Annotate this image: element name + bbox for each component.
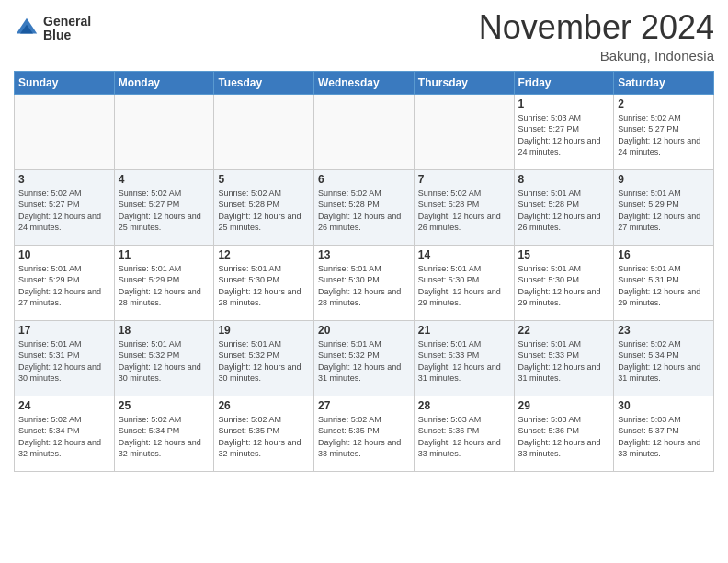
day-info: Sunrise: 5:01 AMSunset: 5:30 PMDaylight:…	[418, 263, 510, 309]
day-info: Sunrise: 5:02 AMSunset: 5:34 PMDaylight:…	[18, 414, 110, 460]
weekday-saturday: Saturday	[614, 71, 714, 94]
weekday-sunday: Sunday	[15, 71, 115, 94]
day-number: 28	[418, 399, 510, 412]
calendar-cell: 4Sunrise: 5:02 AMSunset: 5:27 PMDaylight…	[114, 169, 214, 245]
day-info: Sunrise: 5:02 AMSunset: 5:28 PMDaylight:…	[318, 188, 410, 234]
day-info: Sunrise: 5:02 AMSunset: 5:28 PMDaylight:…	[418, 188, 510, 234]
calendar-cell: 3Sunrise: 5:02 AMSunset: 5:27 PMDaylight…	[15, 169, 115, 245]
calendar-cell: 7Sunrise: 5:02 AMSunset: 5:28 PMDaylight…	[414, 169, 514, 245]
day-number: 4	[119, 173, 210, 186]
day-number: 13	[318, 248, 410, 261]
calendar-cell: 16Sunrise: 5:01 AMSunset: 5:31 PMDayligh…	[614, 245, 714, 320]
calendar-cell: 21Sunrise: 5:01 AMSunset: 5:33 PMDayligh…	[414, 320, 514, 396]
logo-line1: General	[43, 15, 91, 29]
day-number: 23	[618, 324, 710, 337]
logo: General Blue	[14, 15, 91, 43]
calendar-cell: 26Sunrise: 5:02 AMSunset: 5:35 PMDayligh…	[214, 396, 314, 471]
day-info: Sunrise: 5:02 AMSunset: 5:28 PMDaylight:…	[218, 188, 310, 234]
calendar-cell: 23Sunrise: 5:02 AMSunset: 5:34 PMDayligh…	[614, 320, 714, 396]
calendar-cell: 30Sunrise: 5:03 AMSunset: 5:37 PMDayligh…	[614, 396, 714, 471]
calendar-cell	[214, 94, 314, 169]
day-info: Sunrise: 5:02 AMSunset: 5:35 PMDaylight:…	[218, 414, 310, 460]
day-info: Sunrise: 5:02 AMSunset: 5:34 PMDaylight:…	[119, 414, 210, 460]
day-info: Sunrise: 5:01 AMSunset: 5:28 PMDaylight:…	[518, 188, 610, 234]
weekday-wednesday: Wednesday	[314, 71, 415, 94]
day-number: 16	[618, 248, 710, 261]
day-info: Sunrise: 5:02 AMSunset: 5:27 PMDaylight:…	[18, 188, 110, 234]
calendar-cell: 12Sunrise: 5:01 AMSunset: 5:30 PMDayligh…	[214, 245, 314, 320]
day-number: 26	[218, 399, 310, 412]
day-info: Sunrise: 5:01 AMSunset: 5:32 PMDaylight:…	[218, 339, 310, 385]
logo-line2: Blue	[43, 29, 91, 42]
weekday-header-row: SundayMondayTuesdayWednesdayThursdayFrid…	[15, 71, 714, 94]
weekday-tuesday: Tuesday	[214, 71, 314, 94]
day-number: 17	[18, 324, 110, 337]
calendar-cell: 10Sunrise: 5:01 AMSunset: 5:29 PMDayligh…	[15, 245, 115, 320]
location: Bakung, Indonesia	[479, 48, 714, 63]
day-info: Sunrise: 5:01 AMSunset: 5:30 PMDaylight:…	[518, 263, 610, 309]
weekday-friday: Friday	[514, 71, 614, 94]
calendar-cell: 18Sunrise: 5:01 AMSunset: 5:32 PMDayligh…	[114, 320, 214, 396]
day-number: 1	[518, 98, 610, 110]
calendar-cell: 22Sunrise: 5:01 AMSunset: 5:33 PMDayligh…	[514, 320, 614, 396]
day-info: Sunrise: 5:01 AMSunset: 5:29 PMDaylight:…	[18, 263, 110, 309]
day-info: Sunrise: 5:03 AMSunset: 5:36 PMDaylight:…	[518, 414, 610, 460]
day-info: Sunrise: 5:01 AMSunset: 5:33 PMDaylight:…	[418, 339, 510, 385]
calendar-cell: 29Sunrise: 5:03 AMSunset: 5:36 PMDayligh…	[514, 396, 614, 471]
day-number: 24	[18, 399, 110, 412]
week-row-1: 1Sunrise: 5:03 AMSunset: 5:27 PMDaylight…	[15, 94, 714, 169]
calendar-cell: 6Sunrise: 5:02 AMSunset: 5:28 PMDaylight…	[314, 169, 415, 245]
calendar-cell	[314, 94, 415, 169]
day-number: 6	[318, 173, 410, 186]
day-number: 2	[618, 98, 710, 110]
calendar-cell: 20Sunrise: 5:01 AMSunset: 5:32 PMDayligh…	[314, 320, 415, 396]
calendar-cell: 5Sunrise: 5:02 AMSunset: 5:28 PMDaylight…	[214, 169, 314, 245]
page: General Blue November 2024 Bakung, Indon…	[0, 0, 728, 563]
day-info: Sunrise: 5:03 AMSunset: 5:36 PMDaylight:…	[418, 414, 510, 460]
day-info: Sunrise: 5:01 AMSunset: 5:30 PMDaylight:…	[318, 263, 410, 309]
day-number: 10	[18, 248, 110, 261]
day-info: Sunrise: 5:02 AMSunset: 5:34 PMDaylight:…	[618, 339, 710, 385]
calendar-cell: 2Sunrise: 5:02 AMSunset: 5:27 PMDaylight…	[614, 94, 714, 169]
day-number: 9	[618, 173, 710, 186]
day-number: 29	[518, 399, 610, 412]
day-info: Sunrise: 5:01 AMSunset: 5:31 PMDaylight:…	[618, 263, 710, 309]
day-number: 7	[418, 173, 510, 186]
day-number: 27	[318, 399, 410, 412]
month-title: November 2024	[479, 9, 714, 46]
day-number: 25	[119, 399, 210, 412]
day-number: 22	[518, 324, 610, 337]
calendar-cell: 11Sunrise: 5:01 AMSunset: 5:29 PMDayligh…	[114, 245, 214, 320]
day-number: 3	[18, 173, 110, 186]
day-info: Sunrise: 5:02 AMSunset: 5:27 PMDaylight:…	[618, 112, 710, 158]
calendar-cell: 1Sunrise: 5:03 AMSunset: 5:27 PMDaylight…	[514, 94, 614, 169]
day-number: 18	[119, 324, 210, 337]
calendar-cell: 24Sunrise: 5:02 AMSunset: 5:34 PMDayligh…	[15, 396, 115, 471]
calendar-cell: 9Sunrise: 5:01 AMSunset: 5:29 PMDaylight…	[614, 169, 714, 245]
day-info: Sunrise: 5:01 AMSunset: 5:29 PMDaylight:…	[618, 188, 710, 234]
calendar-cell: 25Sunrise: 5:02 AMSunset: 5:34 PMDayligh…	[114, 396, 214, 471]
week-row-2: 3Sunrise: 5:02 AMSunset: 5:27 PMDaylight…	[15, 169, 714, 245]
calendar-cell: 28Sunrise: 5:03 AMSunset: 5:36 PMDayligh…	[414, 396, 514, 471]
title-area: November 2024 Bakung, Indonesia	[479, 9, 714, 63]
day-info: Sunrise: 5:01 AMSunset: 5:29 PMDaylight:…	[119, 263, 210, 309]
calendar-cell: 19Sunrise: 5:01 AMSunset: 5:32 PMDayligh…	[214, 320, 314, 396]
week-row-5: 24Sunrise: 5:02 AMSunset: 5:34 PMDayligh…	[15, 396, 714, 471]
day-number: 30	[618, 399, 710, 412]
day-number: 19	[218, 324, 310, 337]
calendar-cell: 17Sunrise: 5:01 AMSunset: 5:31 PMDayligh…	[15, 320, 115, 396]
calendar-cell: 14Sunrise: 5:01 AMSunset: 5:30 PMDayligh…	[414, 245, 514, 320]
calendar-cell	[15, 94, 115, 169]
day-info: Sunrise: 5:01 AMSunset: 5:30 PMDaylight:…	[218, 263, 310, 309]
day-info: Sunrise: 5:03 AMSunset: 5:27 PMDaylight:…	[518, 112, 610, 158]
logo-icon	[14, 16, 40, 41]
calendar-cell: 13Sunrise: 5:01 AMSunset: 5:30 PMDayligh…	[314, 245, 415, 320]
day-number: 11	[119, 248, 210, 261]
week-row-4: 17Sunrise: 5:01 AMSunset: 5:31 PMDayligh…	[15, 320, 714, 396]
day-number: 5	[218, 173, 310, 186]
day-info: Sunrise: 5:03 AMSunset: 5:37 PMDaylight:…	[618, 414, 710, 460]
day-info: Sunrise: 5:01 AMSunset: 5:32 PMDaylight:…	[119, 339, 210, 385]
header: General Blue November 2024 Bakung, Indon…	[14, 9, 714, 63]
calendar: SundayMondayTuesdayWednesdayThursdayFrid…	[14, 71, 714, 472]
weekday-monday: Monday	[114, 71, 214, 94]
